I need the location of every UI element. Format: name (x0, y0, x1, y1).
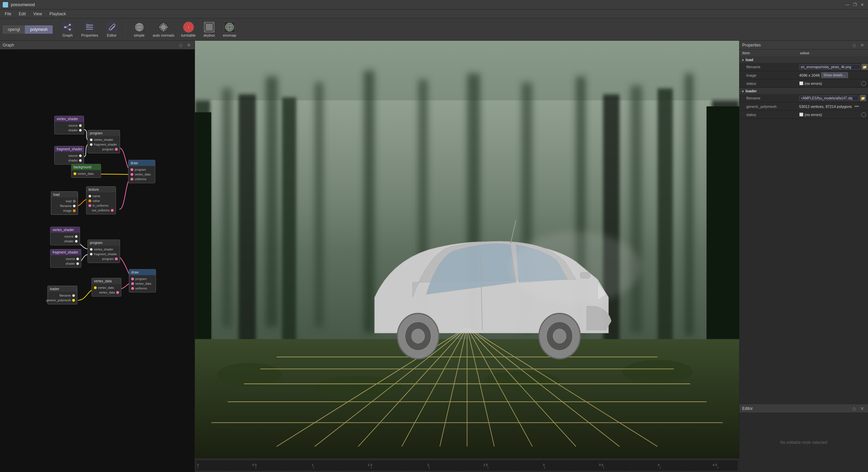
editor-close-button[interactable]: ✕ (859, 406, 865, 411)
port-tex-value-dot (88, 200, 91, 202)
skybox-icon (204, 22, 215, 33)
loader-status-circle-button[interactable] (861, 112, 866, 117)
editor-icon (106, 22, 117, 33)
props-section-load-header[interactable]: load (739, 57, 868, 63)
node-draw-1[interactable]: draw program vertex_data uniforms (128, 160, 155, 183)
toolbar-properties-button[interactable]: Properties (78, 20, 101, 39)
show-details-button[interactable]: Show details... (821, 72, 848, 78)
timeline-ruler[interactable]: 0 0.5 1 1.5 2 2.5 3 (196, 460, 738, 471)
load-section-chevron (742, 58, 744, 62)
svg-text:4.5: 4.5 (712, 463, 717, 467)
port-vs1-source-dot (79, 124, 82, 127)
graph-close-button[interactable]: ✕ (186, 42, 192, 48)
props-col-item: item (739, 50, 797, 56)
node-program-1[interactable]: program vertex_shader fragment_shader pr… (87, 130, 120, 153)
port-fs1-source: source (55, 153, 84, 158)
loader-filename-browse-button[interactable]: 📁 (860, 95, 866, 101)
load-filename-browse-button[interactable]: 📁 (862, 64, 868, 70)
svg-text:0.5: 0.5 (252, 463, 257, 467)
titlebar-controls: — ❐ ✕ (844, 2, 865, 8)
node-fragment-shader-2[interactable]: fragment_shader source shader (50, 249, 81, 268)
graph-pin-button[interactable]: ◇ (178, 42, 184, 48)
svg-point-8 (86, 24, 88, 26)
load-status-circle-button[interactable] (861, 81, 866, 86)
viewport[interactable]: 0 0.5 1 1.5 2 2.5 3 (195, 41, 739, 472)
svg-point-78 (553, 329, 566, 343)
properties-close-button[interactable]: ✕ (859, 42, 865, 48)
editor-pin-button[interactable]: ◇ (851, 406, 857, 411)
port-vs2-source-dot (75, 235, 78, 238)
props-section-loader-header[interactable]: loader (739, 88, 868, 94)
port-load-image: image (51, 208, 78, 213)
node-vertex-data[interactable]: vertex_data vertex_data vertex_data (92, 278, 121, 297)
menu-file[interactable]: File (1, 11, 15, 17)
graph-canvas[interactable]: vertex_shader source shader program (0, 50, 195, 472)
toolbar-simple-button[interactable]: simple (130, 20, 149, 39)
node-fragment-shader-2-body: source shader (51, 255, 81, 267)
menu-playback[interactable]: Playback (46, 11, 70, 17)
port-bg-vd-dot (74, 172, 76, 175)
simple-button-label: simple (134, 33, 145, 37)
menu-view[interactable]: View (30, 11, 45, 17)
node-program-2[interactable]: program vertex_shader fragment_shader pr… (87, 240, 120, 263)
port-prog1-vs-dot (90, 138, 93, 141)
props-val-load-image: 4096 x 2048 Show details... (797, 71, 868, 79)
right-panels: Properties ◇ ✕ item value load (739, 41, 868, 472)
toolbar-envmap-button[interactable]: envmap (220, 20, 239, 39)
node-vertex-shader-1[interactable]: vertex_shader source shader (54, 116, 84, 134)
node-texture-body: name value in_uniforms out_uniforms (86, 192, 116, 214)
port-fs2-source: source (51, 257, 81, 261)
node-loader[interactable]: loader filename generic_polymesh (47, 286, 77, 304)
svg-point-53 (217, 363, 282, 387)
node-vertex-shader-2[interactable]: vertex_shader source shader (50, 227, 80, 245)
svg-point-0 (64, 26, 66, 28)
menu-edit[interactable]: Edit (15, 11, 29, 17)
load-filename-input[interactable] (799, 64, 860, 70)
tab-polymesh[interactable]: polymesh (25, 25, 53, 34)
port-vs2-source: source (51, 234, 80, 239)
port-prog1-fs: fragment_shader (88, 142, 120, 147)
toolbar-editor-button[interactable]: Editor (102, 20, 121, 39)
node-texture[interactable]: texture name value in_uniforms (86, 186, 116, 214)
timeline: 0 0.5 1 1.5 2 2.5 3 (195, 458, 739, 472)
loader-filename-input[interactable] (799, 96, 859, 101)
port-load-filename-dot (73, 205, 76, 207)
close-button[interactable]: ✕ (859, 2, 865, 8)
port-vd-in: vertex_data (92, 285, 121, 290)
editor-button-label: Editor (107, 33, 117, 37)
port-vd-in-dot (94, 286, 97, 289)
props-header-row: item value (739, 50, 868, 57)
node-load[interactable]: load load filename image (51, 191, 78, 215)
node-draw-2[interactable]: draw program vertex_data uniforms (129, 269, 156, 292)
toolbar-skybox-button[interactable]: skybox (200, 20, 219, 39)
loader-gp-dots-button[interactable]: ••• (853, 104, 860, 109)
toolbar-turntable-button[interactable]: turntable (178, 20, 198, 39)
node-fragment-shader-2-title: fragment_shader (51, 249, 81, 255)
properties-table: item value load filename 📁 (739, 50, 868, 404)
svg-text:3.5: 3.5 (599, 463, 603, 467)
graph-panel-title: Graph (3, 43, 14, 48)
port-vs2-shader-dot (75, 240, 78, 243)
node-vertex-shader-2-title: vertex_shader (51, 227, 80, 233)
node-draw-2-body: program vertex_data uniforms (129, 275, 156, 292)
node-background[interactable]: background vertex_data (71, 164, 101, 178)
port-fs2-source-dot (76, 258, 79, 260)
node-program-1-body: vertex_shader fragment_shader program (88, 136, 120, 153)
svg-text:1: 1 (312, 463, 314, 467)
props-val-loader-filename: 📁 (797, 94, 868, 102)
restore-button[interactable]: ❐ (852, 2, 858, 8)
properties-pin-button[interactable]: ◇ (851, 42, 857, 48)
port-tex-value: value (86, 199, 116, 203)
editor-panel-header: Editor ◇ ✕ (739, 404, 868, 413)
node-draw-1-title: draw (129, 160, 155, 166)
port-tex-out-uniforms: out_uniforms (86, 208, 116, 213)
toolbar-graph-button[interactable]: Graph (58, 20, 77, 39)
minimize-button[interactable]: — (844, 2, 850, 8)
svg-point-54 (315, 376, 402, 397)
load-image-value: 4096 x 2048 (799, 73, 820, 77)
node-fragment-shader-1[interactable]: fragment_shader source shader (54, 146, 84, 165)
node-load-title: load (51, 192, 78, 197)
tab-opengl[interactable]: opengl (3, 25, 25, 34)
node-vertex-shader-1-title: vertex_shader (55, 116, 84, 122)
toolbar-auto-normals-button[interactable]: auto normals (150, 20, 177, 39)
